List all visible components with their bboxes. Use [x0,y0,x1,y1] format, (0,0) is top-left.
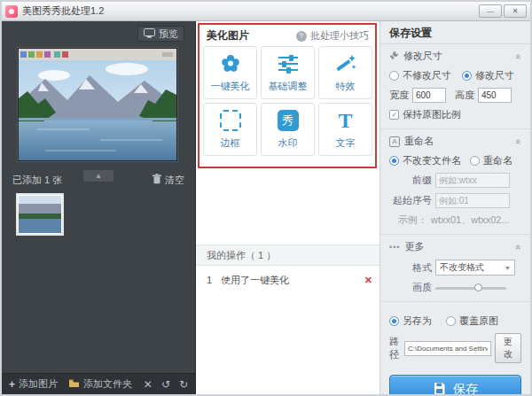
frame-icon [220,109,241,132]
sliders-icon [277,52,300,75]
folder-icon [68,378,80,390]
rename-letter-icon: A [389,136,400,147]
example-value: wtxx01、wtxx02... [431,214,510,227]
beautify-title: 美化图片 [207,28,249,43]
tool-basic-adjust[interactable]: 基础调整 [261,46,315,99]
slider-handle[interactable] [474,283,482,291]
plus-icon: + [9,378,15,391]
more-dots-icon: ••• [389,243,400,252]
path-input[interactable] [404,341,491,356]
tool-border[interactable]: 边框 [203,103,257,156]
radio-rename[interactable]: 重命名 [470,154,512,167]
dropdown-arrow-icon: ▼ [505,265,511,271]
preview-image [18,48,177,161]
width-input[interactable] [412,88,446,103]
format-label: 格式 [389,261,432,275]
flower-icon [219,52,242,75]
radio-save-as[interactable]: 另存为 [389,314,432,328]
radio-overwrite[interactable]: 覆盖原图 [446,314,498,328]
minimize-button[interactable]: — [479,4,502,18]
help-icon: ？ [296,31,307,42]
app-icon [5,5,18,18]
radio-icon [462,71,472,81]
path-label: 路径 [389,335,401,361]
collapse-list-button[interactable]: ▲ [83,170,113,182]
trash-icon [153,174,161,186]
more-section-header: ••• 更多 « [380,235,530,257]
quality-row: 画质 [380,278,530,297]
rename-options-row: 不改变文件名 重命名 [380,151,530,170]
thumbnail-image [19,196,61,233]
tips-link[interactable]: ？ 批处理小技巧 [296,29,369,43]
collapse-chevron-icon[interactable]: « [513,244,524,249]
tool-grid: 一键美化 基础调整 特效 边框 秀 水印 T [203,46,372,156]
rename-section: A 重命名 « 不改变文件名 重命名 前缀 起始序号 示例： wtxx01、wt… [380,129,530,235]
tool-label: 一键美化 [211,80,250,93]
radio-keep-filename[interactable]: 不改变文件名 [389,154,461,167]
operation-text: 使用了一键美化 [221,274,289,287]
format-select[interactable]: 不改变格式 ▼ [435,260,515,276]
more-title: 更多 [404,240,424,253]
left-toolbar: + 添加图片 添加文件夹 ✕ ↺ ↻ [2,373,195,394]
keep-ratio-row: ✓ 保持原图比例 [380,105,530,124]
thumbnail-item[interactable] [16,193,64,236]
clear-button[interactable]: 清空 [153,174,184,187]
format-row: 格式 不改变格式 ▼ [380,257,530,278]
tool-label: 特效 [336,80,356,93]
add-folder-label: 添加文件夹 [83,377,132,391]
prefix-row: 前缀 [380,170,530,190]
center-panel: 美化图片 ？ 批处理小技巧 一键美化 基础调整 特效 边框 [195,21,379,394]
quality-slider[interactable] [435,283,506,293]
resize-options-row: 不修改尺寸 修改尺寸 [380,66,530,85]
radio-icon [446,316,456,326]
tool-one-click-beautify[interactable]: 一键美化 [203,46,257,99]
tool-text[interactable]: T 文字 [318,103,372,156]
radio-keep-size[interactable]: 不修改尺寸 [389,69,451,82]
operations-header: 我的操作（ 1 ） [196,245,379,266]
monitor-icon [144,28,155,40]
undo-button[interactable]: ↺ [161,378,170,391]
prefix-label: 前缀 [389,174,432,187]
tips-label: 批处理小技巧 [310,29,369,43]
save-button[interactable]: 保存 [389,375,521,396]
operations-title: 我的操作（ 1 ） [207,249,276,262]
operation-item: 1 使用了一键美化 ✕ [207,271,372,289]
tool-effects[interactable]: 特效 [318,46,372,99]
start-number-row: 起始序号 [380,190,530,211]
dimensions-row: 宽度 高度 [380,85,530,105]
rename-title: 重命名 [404,135,434,148]
left-panel: 预览 [2,21,195,394]
slider-track[interactable] [435,287,506,290]
add-image-label: 添加图片 [19,377,58,391]
save-label: 保存 [453,382,478,396]
tool-label: 边框 [221,136,240,150]
start-number-label: 起始序号 [389,194,432,207]
radio-icon [389,71,399,81]
height-input[interactable] [478,88,512,103]
wrench-icon [389,50,399,62]
add-folder-button[interactable]: 添加文件夹 [68,377,132,391]
keep-ratio-checkbox[interactable]: ✓ 保持原图比例 [389,108,461,121]
radio-icon [389,316,399,326]
add-image-button[interactable]: + 添加图片 [9,377,58,391]
delete-button[interactable]: ✕ [144,378,153,391]
beautify-header: 美化图片 ？ 批处理小技巧 [207,28,369,43]
change-path-button[interactable]: 更改 [495,333,521,363]
tool-watermark[interactable]: 秀 水印 [261,103,315,156]
save-mode-row: 另存为 覆盖原图 [380,302,530,330]
rename-section-header: A 重命名 « [380,129,530,151]
resize-title: 修改尺寸 [403,50,442,63]
redo-button[interactable]: ↻ [179,378,188,391]
radio-resize[interactable]: 修改尺寸 [462,69,514,82]
collapse-chevron-icon[interactable]: « [513,138,524,144]
remove-operation-button[interactable]: ✕ [364,275,372,286]
right-panel: 保存设置 修改尺寸 « 不修改尺寸 修改尺寸 宽度 高度 [379,21,530,394]
watermark-badge-icon: 秀 [278,109,299,132]
close-button[interactable]: ✕ [504,4,527,18]
preview-button[interactable]: 预览 [137,26,184,42]
collapse-chevron-icon[interactable]: « [513,53,524,58]
start-number-input[interactable] [435,193,510,208]
more-section: ••• 更多 « 格式 不改变格式 ▼ 画质 [380,235,530,302]
text-icon: T [338,109,352,132]
prefix-input[interactable] [435,173,510,188]
